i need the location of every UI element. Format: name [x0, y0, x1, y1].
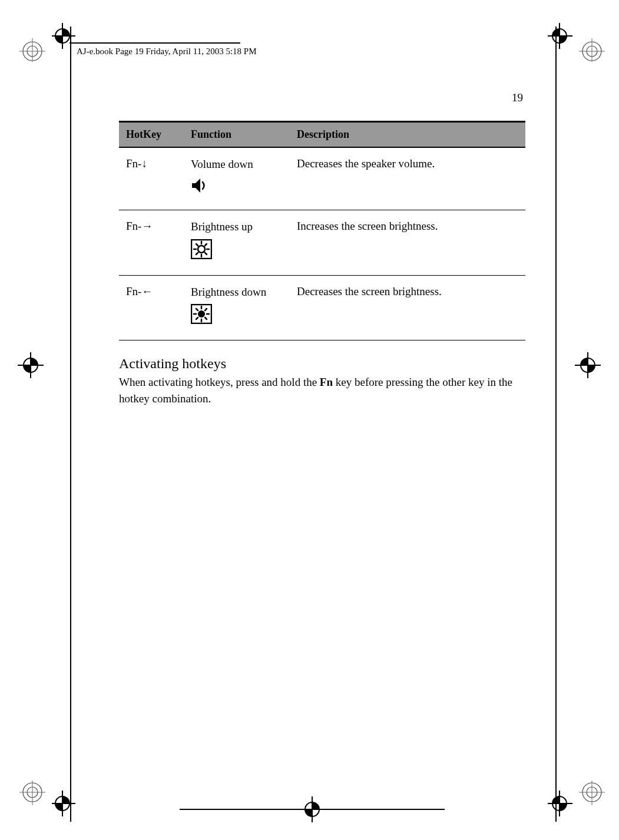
crop-mark-icon	[536, 21, 577, 62]
svg-line-57	[205, 318, 207, 319]
header-description: Description	[290, 122, 525, 148]
section-heading: Activating hotkeys	[119, 356, 525, 372]
header-rule	[69, 42, 240, 44]
header-function: Function	[184, 122, 290, 148]
svg-line-56	[196, 309, 198, 310]
crop-mark-icon	[292, 794, 333, 835]
volume-down-icon	[191, 177, 283, 199]
table-row: Fn-→ Brightness up	[119, 210, 525, 275]
svg-line-49	[196, 253, 198, 254]
function-label: Brightness up	[191, 220, 253, 233]
cell-description: Decreases the screen brightness.	[290, 275, 525, 340]
cell-hotkey: Fn-↓	[119, 147, 184, 210]
brightness-down-icon	[191, 304, 283, 328]
page-content: 19 HotKey Function Description Fn-↓ Volu…	[119, 91, 525, 406]
cell-hotkey: Fn-←	[119, 275, 184, 340]
crop-mark-icon	[570, 345, 611, 386]
svg-line-59	[196, 318, 198, 319]
cell-function: Brightness down	[184, 275, 290, 340]
page-number: 19	[119, 91, 525, 104]
crop-mark-icon	[52, 778, 93, 819]
body-text-pre: When activating hotkeys, press and hold …	[119, 376, 320, 388]
cell-function: Volume down	[184, 147, 290, 210]
body-text-bold: Fn	[320, 376, 333, 388]
crop-mark-icon	[574, 781, 615, 822]
svg-line-48	[205, 244, 207, 246]
cell-function: Brightness up	[184, 210, 290, 275]
crop-mark-icon	[536, 778, 577, 819]
svg-point-51	[198, 310, 205, 318]
function-label: Brightness down	[191, 286, 266, 298]
crop-mark-icon	[12, 781, 53, 822]
crop-mark-icon	[13, 345, 54, 386]
section-body: When activating hotkeys, press and hold …	[119, 374, 525, 406]
header-hotkey: HotKey	[119, 122, 184, 148]
svg-line-58	[205, 309, 207, 310]
crop-mark-icon	[12, 21, 53, 62]
crop-mark-icon	[574, 21, 615, 62]
crop-guide-left	[68, 27, 86, 822]
table-row: Fn-↓ Volume down Decreases the speaker v…	[119, 147, 525, 210]
crop-guide-right	[554, 27, 571, 822]
book-header-text: AJ-e.book Page 19 Friday, April 11, 2003…	[77, 47, 257, 57]
crop-guide-bottom	[180, 808, 445, 811]
cell-hotkey: Fn-→	[119, 210, 184, 275]
svg-point-41	[198, 246, 205, 253]
svg-line-47	[205, 253, 207, 254]
table-row: Fn-← Brightness down	[119, 275, 525, 340]
table-header-row: HotKey Function Description	[119, 122, 525, 148]
brightness-up-icon	[191, 239, 283, 263]
cell-description: Decreases the speaker volume.	[290, 147, 525, 210]
svg-line-46	[196, 244, 198, 246]
function-label: Volume down	[191, 158, 253, 170]
hotkeys-table: HotKey Function Description Fn-↓ Volume …	[119, 121, 525, 340]
cell-description: Increases the screen brightness.	[290, 210, 525, 275]
